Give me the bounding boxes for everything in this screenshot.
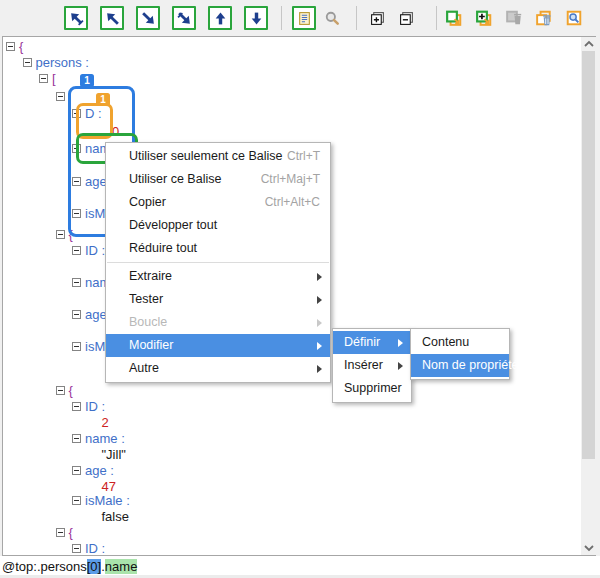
menu-separator [107, 262, 329, 263]
tree-key[interactable]: ID : [85, 243, 105, 258]
menu-item-label: Réduire tout [129, 241, 197, 255]
collapse-toggle-icon[interactable] [72, 466, 81, 475]
collapse-toggle-icon[interactable] [72, 402, 81, 411]
menu-item-utiliser-seulement-ce-balise[interactable]: Utiliser seulement ce BaliseCtrl+T [106, 145, 330, 168]
collapse-toggle-icon[interactable] [72, 496, 81, 505]
nav-last-down-right-button[interactable] [172, 6, 196, 30]
collapse-toggle-icon[interactable] [72, 434, 81, 443]
collapse-toggle-icon[interactable] [72, 544, 81, 553]
arrow-down-right-end-icon [177, 11, 192, 26]
tree-key[interactable]: age : [85, 463, 114, 478]
menu-item-shortcut: Ctrl+Alt+C [265, 191, 320, 214]
copy-add-button[interactable] [472, 6, 496, 30]
trash-copies-icon [535, 10, 553, 26]
arrow-down-right-icon [141, 11, 156, 26]
selection-tag-blue: 1 [80, 74, 94, 87]
collapse-toggle-icon[interactable] [56, 386, 65, 395]
status-name-highlight: name [105, 559, 138, 574]
menu-item-developper-tout[interactable]: Développer tout [106, 214, 330, 237]
tree-key[interactable]: isMale : [85, 493, 130, 508]
menu-item-inserer[interactable]: Insérer [333, 354, 411, 377]
nav-down-button[interactable] [244, 6, 268, 30]
menu-item-label: Supprimer [344, 381, 402, 395]
arrow-up-icon [213, 11, 228, 26]
tree-key[interactable]: ID : [85, 399, 105, 414]
copy-out-button[interactable] [442, 6, 466, 30]
submenu-definir: ContenuNom de propriété [410, 328, 510, 380]
tree-row: [ [39, 71, 56, 86]
collapse-toggle-icon[interactable] [56, 92, 65, 101]
menu-item-supprimer[interactable]: Supprimer [333, 377, 411, 400]
arrow-up-left-end-icon [69, 11, 84, 26]
collapse-toggle-icon[interactable] [72, 342, 81, 351]
menu-item-boucle: Boucle [106, 311, 330, 334]
menu-item-utiliser-ce-balise[interactable]: Utiliser ce BaliseCtrl+Maj+T [106, 168, 330, 191]
scroll-up-icon[interactable] [581, 37, 596, 51]
vertical-scrollbar[interactable] [581, 37, 596, 555]
collapse-all-button[interactable] [394, 6, 418, 30]
menu-item-nom-de-propriete[interactable]: Nom de propriété [411, 354, 509, 377]
tree-row: false [102, 509, 129, 524]
arrow-up-left-icon [105, 11, 120, 26]
delete-all-button[interactable] [532, 6, 556, 30]
collapse-toggle-icon[interactable] [56, 528, 65, 537]
nav-down-right-button[interactable] [136, 6, 160, 30]
collapse-toggle-icon[interactable] [23, 58, 32, 67]
collapse-toggle-icon[interactable] [72, 310, 81, 319]
selection-tag-orange: 1 [96, 93, 110, 106]
toolbar-separator [356, 6, 357, 30]
tree-brace[interactable]: { [69, 525, 73, 540]
tree-value[interactable]: 47 [102, 479, 116, 494]
minus-box-icon [399, 11, 414, 26]
menu-item-reduire-tout[interactable]: Réduire tout [106, 237, 330, 260]
tree-key[interactable]: name : [85, 431, 125, 446]
menu-item-label: Nom de propriété [422, 358, 519, 372]
tree-brace[interactable]: [ [52, 71, 56, 86]
toolbar-separator [281, 6, 282, 30]
menu-item-label: Contenu [422, 335, 469, 349]
menu-item-label: Insérer [344, 358, 383, 372]
tree-value[interactable]: "Jill" [102, 447, 126, 462]
tree-value[interactable]: false [102, 509, 129, 524]
menu-item-contenu[interactable]: Contenu [411, 331, 509, 354]
tree-brace[interactable]: { [19, 39, 23, 54]
menu-item-definir[interactable]: Définir [333, 331, 411, 354]
tree-row: age : [72, 463, 114, 478]
tree-key[interactable]: ID : [85, 541, 105, 555]
search-button [320, 6, 344, 30]
nav-first-up-left-button[interactable] [64, 6, 88, 30]
scrollbar-thumb[interactable] [582, 51, 595, 459]
collapse-toggle-icon[interactable] [6, 42, 15, 51]
menu-item-label: Extraire [129, 269, 172, 283]
search-in-box-button[interactable] [562, 6, 586, 30]
collapse-toggle-icon[interactable] [72, 278, 81, 287]
menu-item-extraire[interactable]: Extraire [106, 265, 330, 288]
menu-item-label: Tester [129, 292, 163, 306]
tree-key[interactable]: persons : [36, 55, 89, 70]
expand-all-button[interactable] [365, 6, 389, 30]
collapse-toggle-icon[interactable] [72, 246, 81, 255]
menu-item-label: Utiliser ce Balise [129, 172, 221, 186]
nav-up-button[interactable] [208, 6, 232, 30]
submenu-arrow-icon [398, 339, 403, 347]
collapse-toggle-icon[interactable] [56, 230, 65, 239]
tree-row: name : [72, 431, 125, 446]
copy-plus-arrow-icon [475, 10, 493, 26]
document-view-button[interactable] [292, 6, 316, 30]
tree-row: { [6, 39, 23, 54]
menu-item-label: Copier [129, 195, 166, 209]
copy-arrow-icon [445, 10, 463, 26]
menu-item-tester[interactable]: Tester [106, 288, 330, 311]
scroll-down-icon[interactable] [581, 541, 596, 555]
menu-item-copier[interactable]: CopierCtrl+Alt+C [106, 191, 330, 214]
tree-brace[interactable]: { [69, 383, 73, 398]
menu-item-autre[interactable]: Autre [106, 357, 330, 380]
nav-up-left-button[interactable] [100, 6, 124, 30]
collapse-toggle-icon[interactable] [39, 74, 48, 83]
toolbar-separator [436, 6, 437, 30]
tree-value[interactable]: 2 [102, 415, 109, 430]
tree-row: ID : [72, 243, 105, 258]
toolbar [0, 0, 600, 36]
status-index-highlight: [0] [87, 559, 101, 574]
menu-item-modifier[interactable]: Modifier [106, 334, 330, 357]
